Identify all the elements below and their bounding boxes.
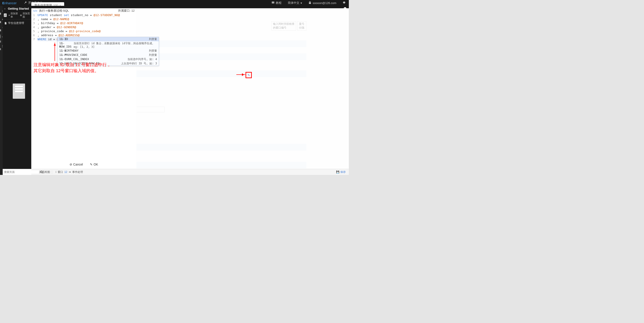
logo[interactable]: EEnhancernhancer [0, 1, 20, 5]
tree-item-label: 学生信息管理 [8, 21, 24, 25]
file-icon [4, 22, 7, 24]
autocomplete-popup: 11-ID列变量11-ROW_IDS当前页全部行 id 集合，若数据源未给 id… [57, 37, 159, 66]
autocomplete-item[interactable]: 11-CURR_COL_INDEX当前选中列序号, 如: 4 [58, 57, 159, 61]
add-page-button[interactable]: ⊕添加页面 [20, 12, 30, 18]
ok-button[interactable]: ✎ OK [87, 162, 101, 167]
chevron-down-icon: ▾ [300, 1, 302, 5]
cancel-icon: ⊘ [70, 163, 72, 166]
language-label: 简体中文 [288, 1, 300, 5]
main-area: 1 部件ID ButtonClick0 12 输入同时关联检查的窗口编号 显号分… [31, 8, 349, 169]
tutorial-label: 教程 [276, 1, 282, 5]
tree-item[interactable]: 学生信息管理 [4, 21, 30, 25]
pencil-icon: ✎ [90, 163, 92, 166]
wrench-icon [24, 1, 27, 5]
save-button[interactable]: 💾 保存 [333, 170, 349, 174]
settings-button[interactable] [340, 1, 349, 5]
user-menu[interactable]: soooon@126.com [305, 1, 340, 5]
svg-point-1 [41, 171, 43, 173]
search-icon[interactable] [39, 170, 45, 174]
code-panel: </> 执行->服务器过程-SQL 所属窗口: 12 1234567 UPDAT… [31, 8, 136, 169]
left-panel: ⤢ +添加菜单 ⊕添加页面 学生信息管理 [3, 11, 31, 169]
autocomplete-item[interactable]: 11-PROVINCE_CODE列变量 [58, 53, 159, 57]
expand-icon[interactable]: ⤢ [4, 13, 7, 17]
code-title: 执行->服务器过程-SQL [39, 9, 69, 13]
gear-icon [342, 1, 346, 5]
user-label: soooon@126.com [312, 1, 336, 5]
lock-icon [308, 1, 312, 5]
save-icon: 💾 [336, 170, 340, 174]
search-box [3, 169, 31, 175]
code-window-label: 所属窗口: 12 [118, 9, 134, 13]
info-icon: i [56, 170, 56, 174]
pencil-icon: ✎ [248, 73, 250, 77]
code-icon: </> [33, 9, 37, 12]
annotation-text: 注意编辑对象 ID 取自 11 号窗口选中行， 其它则取自 12号窗口输入域的值… [34, 62, 111, 74]
svg-line-2 [42, 173, 44, 174]
cancel-button[interactable]: ⊘ Cancel [66, 162, 86, 167]
annotation-arrow-2 [236, 74, 245, 75]
edit-button-highlight[interactable]: ✎ [246, 72, 252, 78]
add-menu-button[interactable]: +添加菜单 [8, 12, 18, 18]
chevron-right-icon: ➔ [69, 170, 71, 174]
annotation-arrow [54, 43, 55, 61]
search-input[interactable] [3, 170, 39, 174]
book-icon [272, 1, 274, 5]
side-rail: ☰页面管理 ✿角色管理 ✦全局配置 ⟐Http 接口 </>自定义 [0, 6, 3, 175]
autocomplete-item[interactable]: 11-ROW_IDS当前页全部行 id 集合，若数据源未给 id字段，则会按顺序… [58, 41, 159, 49]
tutorial-link[interactable]: 教程 [268, 1, 285, 5]
autocomplete-item[interactable]: 11-BIRTHDAY列变量 [58, 49, 159, 53]
breadcrumb[interactable]: i 窗口 12 ➔ 事件处理 [54, 170, 85, 174]
collapse-icon[interactable]: « [4, 7, 6, 10]
autocomplete-item[interactable]: 11-ID列变量 [58, 37, 159, 41]
language-selector[interactable]: 简体中文 ▾ [285, 1, 305, 5]
status-bar: ← 返回流程图 i 窗口 12 ➔ 事件处理 💾 保存 [3, 169, 349, 175]
